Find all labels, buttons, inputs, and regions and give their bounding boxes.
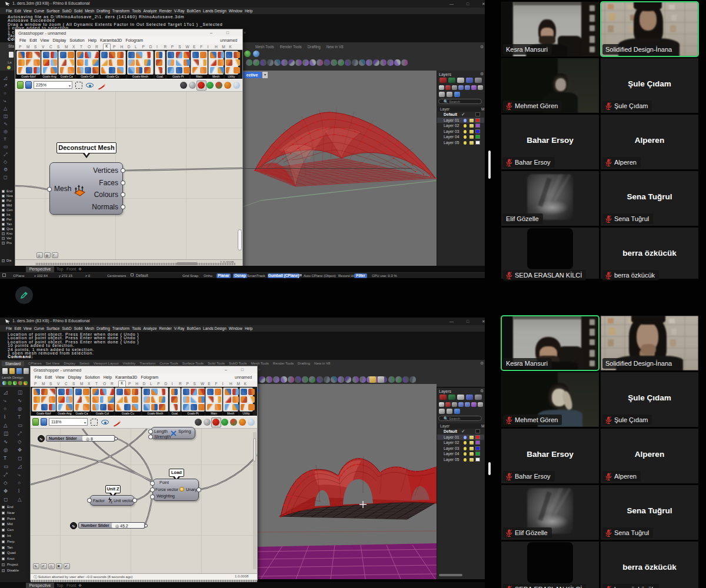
- svg-text:z: z: [111, 500, 113, 504]
